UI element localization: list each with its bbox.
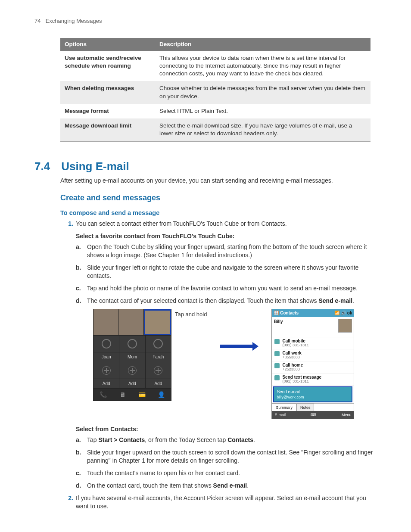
mobile-icon [274,339,280,344]
send-text-item: Send text message(091) 331-1311 [272,373,354,386]
cube-add-2: Add [119,379,145,389]
placeholder-icon [102,339,111,348]
add-icon [102,366,111,375]
step-2: 2. If you have several e-mail accounts, … [60,494,377,510]
figure-row: Joan Mom Farah Add Add Add [93,309,377,419]
call-home-item: Call home+2523333 [272,361,354,373]
section-heading: 7.4 Using E-mail [34,159,377,174]
contact-card-screenshot: 🪟 Contacts 📶 🔊 ok Billy Call mobile(091)… [271,309,354,419]
favorites-heading: Select a favorite contact from TouchFLO'… [76,232,377,240]
desc-1: Choose whether to delete messages from t… [155,81,371,103]
section-intro: After setting up e-mail accounts on your… [60,177,377,185]
page-number: 74 [34,17,44,25]
tab-summary: Summary [272,404,296,411]
contacts-step-b: b. Slide your finger upward on the touch… [76,448,377,465]
opt-2: Message format [60,104,155,118]
desc-3: Select the e-mail download size. If you … [155,118,371,141]
opt-1: When deleting messages [60,81,155,103]
favorite-photo-1 [93,309,118,335]
tap-and-hold-label: Tap and hold [175,311,207,318]
th-description: Description [155,38,371,51]
page-header: 74 Exchanging Messages [34,17,377,25]
opt-0: Use automatic send/receive schedule when… [60,51,155,81]
contacts-heading: Select from Contacts: [76,425,377,433]
add-icon [154,366,162,375]
card-icon: 💳 [132,389,152,401]
sms-icon [274,375,280,380]
cube-name-1: Joan [93,352,119,362]
contacts-step-d: d. On the contact card, touch the item t… [76,482,377,490]
touch-cube-screenshot: Joan Mom Farah Add Add Add [93,309,171,401]
opt-3: Message download limit [60,118,155,141]
fav-step-a: a. Open the Touch Cube by sliding your f… [76,243,377,259]
step-1: 1. You can select a contact either from … [60,220,377,489]
th-options: Options [60,38,155,51]
section-number: 7.4 [34,159,58,174]
person-icon: 👤 [152,389,171,401]
contacts-step-c: c. Touch the contact's name to open his … [76,469,377,477]
fav-step-c: c. Tap and hold the photo or name of the… [76,284,377,292]
home-phone-icon [274,363,280,368]
task-heading: To compose and send a message [60,209,377,218]
phone-icon: 📞 [93,389,113,401]
device-icon: 🖥 [113,389,132,401]
softkey-mid: ⌨ [311,412,316,417]
cube-add-3: Add [146,379,171,389]
step-2-marker: 2. [60,494,73,502]
call-work-item: Call work+3553333 [272,349,354,361]
contacts-step-a: a. Tap Start > Contacts, or from the Tod… [76,436,377,444]
step-1-marker: 1. [60,220,73,228]
contact-name: Billy [274,319,283,325]
options-table: Options Description Use automatic send/r… [60,38,371,142]
fav-step-b: b. Slide your finger left or right to ro… [76,264,377,280]
softkey-left: E-mail [274,412,286,417]
tab-notes: Notes [296,404,314,411]
cube-name-2: Mom [119,352,145,362]
step-1-text: You can select a contact either from Tou… [76,220,287,227]
desc-0: This allows your device to data roam whe… [155,51,371,81]
fav-step-d: d. The contact card of your selected con… [76,297,377,305]
cube-name-3: Farah [146,352,171,362]
cube-add-1: Add [93,379,119,389]
favorite-photo-2 [118,309,143,335]
placeholder-icon [153,339,163,348]
arrow-icon [220,343,258,349]
subheading: Create and send messages [60,193,377,203]
card-title: Contacts [280,311,299,315]
avatar [338,319,352,333]
add-icon [128,366,137,375]
favorite-photo-3-selected [144,309,171,335]
card-titlebar-icons: 📶 🔊 ok [334,310,352,316]
step-2-text: If you have several e-mail accounts, the… [76,495,366,510]
section-title: Using E-mail [61,160,129,173]
desc-2: Select HTML or Plain Text. [155,104,371,118]
send-email-item-highlighted: Send e-mail billy@work.com [273,386,352,403]
placeholder-icon [128,339,137,348]
work-phone-icon [274,351,280,356]
page-header-title: Exchanging Messages [46,18,102,24]
softkey-right: Menu [342,412,352,417]
call-mobile-item: Call mobile(091) 331-1311 [272,337,354,349]
